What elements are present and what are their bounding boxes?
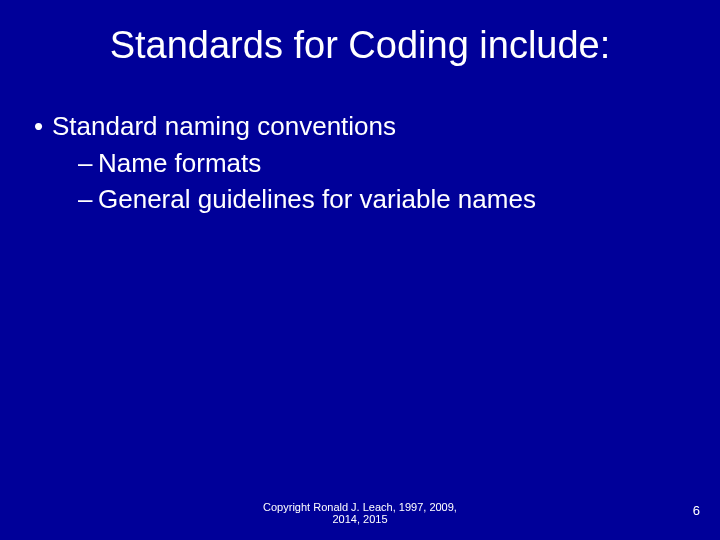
- footer-line: 2014, 2015: [0, 513, 720, 526]
- slide: Standards for Coding include: Standard n…: [0, 0, 720, 540]
- bullet-level1: Standard naming conventions: [30, 110, 690, 143]
- copyright-footer: Copyright Ronald J. Leach, 1997, 2009, 2…: [0, 501, 720, 526]
- footer-line: Copyright Ronald J. Leach, 1997, 2009,: [0, 501, 720, 514]
- bullet-level2: General guidelines for variable names: [30, 183, 690, 216]
- bullet-level2: Name formats: [30, 147, 690, 180]
- page-number: 6: [693, 503, 700, 518]
- slide-body: Standard naming conventions Name formats…: [30, 110, 690, 220]
- slide-title: Standards for Coding include:: [0, 24, 720, 67]
